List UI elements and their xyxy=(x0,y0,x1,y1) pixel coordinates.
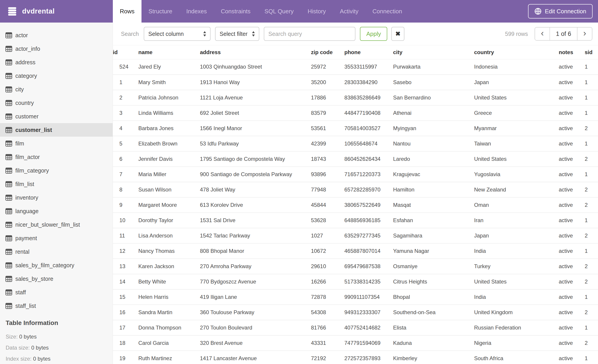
sidebar-item-customer_list[interactable]: customer_list xyxy=(0,123,113,137)
table-row[interactable]: 7 Maria Miller 900 Santiago de Compostel… xyxy=(113,167,598,182)
info-label: Data size: xyxy=(6,345,30,351)
cell-name: Jennifer Davis xyxy=(138,151,200,167)
sidebar-item-address[interactable]: address xyxy=(0,56,113,69)
column-header[interactable]: id xyxy=(113,45,138,59)
cell-name: Karen Jackson xyxy=(138,259,200,274)
table-row[interactable]: 18 Carol Garcia 320 Brest Avenue 43331 7… xyxy=(113,335,598,351)
sidebar-item-country[interactable]: country xyxy=(0,96,113,110)
next-page-button[interactable]: › xyxy=(577,27,592,40)
table-row[interactable]: 3 Linda Williams 692 Joliet Street 83579… xyxy=(113,105,598,121)
sidebar-item-sales_by_film_category[interactable]: sales_by_film_category xyxy=(0,259,113,272)
tab-connection[interactable]: Connection xyxy=(365,0,409,23)
sidebar-item-rental[interactable]: rental xyxy=(0,245,113,259)
table-grid-icon xyxy=(5,73,12,79)
sidebar-item-inventory[interactable]: inventory xyxy=(0,191,113,204)
cell-address: 808 Bhopal Manor xyxy=(200,243,311,259)
cell-city: Sagamihara xyxy=(393,228,474,243)
cell-address: 270 Amroha Parkway xyxy=(200,259,311,274)
table-information-panel: Table Information Size: 0 bytes Data siz… xyxy=(0,319,113,364)
tab-sql-query[interactable]: SQL Query xyxy=(257,0,301,23)
tab-indexes[interactable]: Indexes xyxy=(179,0,214,23)
sidebar-item-film_category[interactable]: film_category xyxy=(0,164,113,177)
cell-notes: active xyxy=(559,121,585,136)
column-header[interactable]: country xyxy=(474,45,559,59)
cell-notes: active xyxy=(559,274,585,289)
table-row[interactable]: 11 Lisa Anderson 1542 Tarlac Parkway 102… xyxy=(113,228,598,243)
tab-rows[interactable]: Rows xyxy=(113,0,141,23)
cell-notes: active xyxy=(559,228,585,243)
table-row[interactable]: 9 Margaret Moore 613 Korolev Drive 45844… xyxy=(113,197,598,213)
sidebar-item-category[interactable]: category xyxy=(0,69,113,82)
column-header[interactable]: city xyxy=(393,45,474,59)
table-row[interactable]: 8 Susan Wilson 478 Joliet Way 77948 6572… xyxy=(113,182,598,197)
column-header[interactable]: phone xyxy=(344,45,393,59)
sidebar-item-language[interactable]: language xyxy=(0,204,113,218)
sidebar-item-staff_list[interactable]: staff_list xyxy=(0,299,113,313)
cell-sid: 1 xyxy=(585,289,598,305)
cell-phone: 517338314235 xyxy=(344,274,393,289)
cell-country: India xyxy=(474,289,559,305)
rows-count: 599 rows xyxy=(505,31,528,37)
cell-city: Hamilton xyxy=(393,182,474,197)
table-row[interactable]: 6 Jennifer Davis 1795 Santiago de Compos… xyxy=(113,151,598,167)
cell-notes: active xyxy=(559,213,585,228)
cell-address: 692 Joliet Street xyxy=(200,105,311,121)
table-row[interactable]: 2 Patricia Johnson 1121 Loja Avenue 1788… xyxy=(113,90,598,105)
table-row[interactable]: 5 Elizabeth Brown 53 Idfu Parkway 42399 … xyxy=(113,136,598,151)
cell-address: 1003 Qinhuangdao Street xyxy=(200,59,311,75)
table-grid-icon xyxy=(5,262,12,268)
table-row[interactable]: 524 Jared Ely 1003 Qinhuangdao Street 25… xyxy=(113,59,598,75)
table-row[interactable]: 4 Barbara Jones 1566 Inegl Manor 53561 7… xyxy=(113,121,598,136)
sidebar-item-label: address xyxy=(15,59,35,66)
cell-zip-code: 25972 xyxy=(311,59,344,75)
previous-page-button[interactable]: ‹ xyxy=(535,27,549,40)
column-header[interactable]: zip code xyxy=(311,45,344,59)
cell-sid: 1 xyxy=(585,167,598,182)
column-select[interactable]: Select column xyxy=(144,27,211,41)
filter-select[interactable]: Select filter xyxy=(215,27,259,41)
cell-id: 524 xyxy=(113,59,138,75)
sidebar-item-payment[interactable]: payment xyxy=(0,231,113,245)
sidebar-item-label: staff xyxy=(15,289,26,296)
cell-name: Donna Thompson xyxy=(138,320,200,335)
column-header[interactable]: address xyxy=(200,45,311,59)
table-row[interactable]: 12 Nancy Thomas 808 Bhopal Manor 10672 4… xyxy=(113,243,598,259)
clear-filter-button[interactable]: ✖ xyxy=(391,27,404,41)
cell-zip-code: 93896 xyxy=(311,167,344,182)
sidebar-item-nicer_but_slower_film_list[interactable]: nicer_but_slower_film_list xyxy=(0,218,113,231)
sidebar-item-film_actor[interactable]: film_actor xyxy=(0,150,113,164)
sidebar-item-city[interactable]: city xyxy=(0,82,113,96)
table-grid-icon xyxy=(5,235,12,241)
tab-history[interactable]: History xyxy=(301,0,333,23)
edit-connection-button[interactable]: Edit Connection xyxy=(528,4,593,18)
tab-activity[interactable]: Activity xyxy=(333,0,365,23)
sidebar-item-film[interactable]: film xyxy=(0,137,113,150)
table-row[interactable]: 13 Karen Jackson 270 Amroha Parkway 2961… xyxy=(113,259,598,274)
apply-button[interactable]: Apply xyxy=(360,27,387,41)
table-row[interactable]: 16 Sandra Martin 360 Toulouse Parkway 54… xyxy=(113,305,598,320)
sidebar-item-actor_info[interactable]: actor_info xyxy=(0,42,113,56)
column-header[interactable]: notes xyxy=(559,45,585,59)
column-header[interactable]: name xyxy=(138,45,200,59)
sidebar-item-actor[interactable]: actor xyxy=(0,28,113,42)
sidebar-item-staff[interactable]: staff xyxy=(0,285,113,299)
table-information-line: Index size: 0 bytes xyxy=(6,353,113,364)
tab-label: SQL Query xyxy=(265,8,294,15)
cell-country: South Africa xyxy=(474,351,559,364)
sidebar-item-customer[interactable]: customer xyxy=(0,110,113,123)
table-row[interactable]: 14 Betty White 770 Bydgoszcz Avenue 1626… xyxy=(113,274,598,289)
table-row[interactable]: 17 Donna Thompson 270 Toulon Boulevard 8… xyxy=(113,320,598,335)
tab-structure[interactable]: Structure xyxy=(141,0,179,23)
table-row[interactable]: 10 Dorothy Taylor 1531 Sal Drive 53628 6… xyxy=(113,213,598,228)
tab-constraints[interactable]: Constraints xyxy=(214,0,258,23)
tab-label: Indexes xyxy=(186,8,207,15)
sidebar-item-film_list[interactable]: film_list xyxy=(0,177,113,191)
table-row[interactable]: 15 Helen Harris 419 Iligan Lane 72878 99… xyxy=(113,289,598,305)
sidebar-item-sales_by_store[interactable]: sales_by_store xyxy=(0,272,113,285)
data-table: id name address zip code phone city xyxy=(113,45,598,364)
column-header[interactable]: sid xyxy=(585,45,598,59)
search-query-input[interactable] xyxy=(264,27,355,41)
table-row[interactable]: 1 Mary Smith 1913 Hanoi Way 35200 283033… xyxy=(113,75,598,90)
table-row[interactable]: 19 Ruth Martinez 1417 Lancaster Avenue 7… xyxy=(113,351,598,364)
cell-zip-code: 72192 xyxy=(311,351,344,364)
